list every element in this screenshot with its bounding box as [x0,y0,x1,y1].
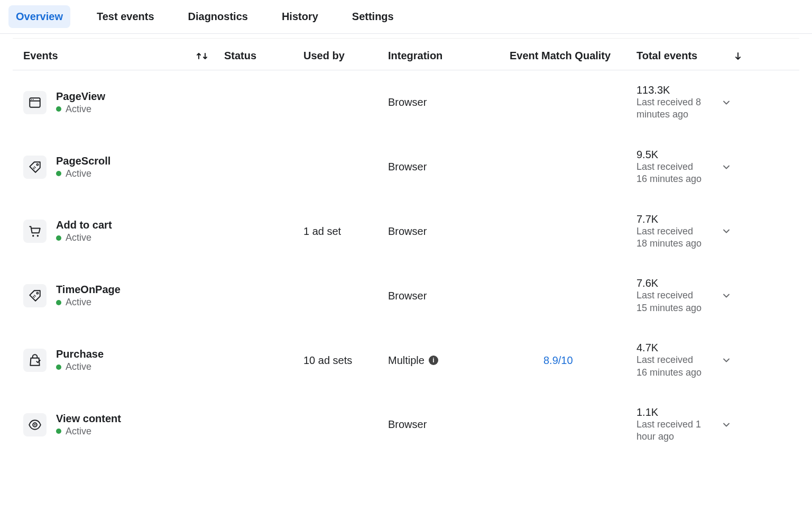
total-events-cell: 4.7KLast received 16 minutes ago [636,342,710,379]
total-sub: Last received 16 minutes ago [636,354,705,379]
total-sub: Last received 18 minutes ago [636,225,705,250]
table-row[interactable]: TimeOnPageActiveBrowser7.6KLast received… [13,263,799,328]
integration-label: Browser [388,290,427,302]
total-events-cell: 9.5KLast received 16 minutes ago [636,149,710,186]
tab-history[interactable]: History [274,5,326,28]
event-status-label: Active [66,426,91,437]
integration-cell: Multiplei [388,354,510,367]
tab-overview[interactable]: Overview [8,5,70,28]
expand-row-button[interactable] [710,355,742,366]
event-name: TimeOnPage [56,284,121,296]
col-status[interactable]: Status [224,50,303,62]
integration-cell: Browser [388,290,510,302]
col-total-sort[interactable] [710,51,742,61]
table-header: Events Status Used by Integration Event … [13,38,799,70]
event-cell: View contentActive [23,413,224,437]
events-table: Events Status Used by Integration Event … [0,38,812,457]
tag-icon [23,284,47,307]
chevron-down-icon [721,226,732,236]
status-dot-icon [56,235,61,241]
integration-label: Browser [388,161,427,173]
eye-icon [23,413,47,436]
integration-cell: Browser [388,96,510,108]
total-sub: Last received 15 minutes ago [636,289,705,314]
col-events[interactable]: Events [23,50,224,62]
sort-icon[interactable] [196,51,208,61]
chevron-down-icon [721,97,732,108]
table-row[interactable]: PurchaseActive10 ad setsMultiplei8.9/104… [13,328,799,393]
event-cell: TimeOnPageActive [23,284,224,308]
event-status-label: Active [66,104,91,115]
total-events-cell: 113.3KLast received 8 minutes ago [636,84,710,121]
used-by-cell: 1 ad set [303,225,388,238]
event-status: Active [56,297,121,308]
event-status-label: Active [66,168,91,179]
integration-cell: Browser [388,225,510,238]
total-events-cell: 7.7KLast received 18 minutes ago [636,213,710,250]
status-dot-icon [56,300,61,305]
col-events-label: Events [23,50,58,62]
status-dot-icon [56,429,61,434]
event-name: PageView [56,90,105,103]
table-row[interactable]: PageViewActiveBrowser113.3KLast received… [13,70,799,135]
event-status: Active [56,232,112,243]
event-status-label: Active [66,232,91,243]
expand-row-button[interactable] [710,97,742,108]
chevron-down-icon [721,420,732,430]
tabs-bar: Overview Test events Diagnostics History… [0,0,812,34]
info-icon[interactable]: i [429,356,438,365]
total-count: 4.7K [636,342,710,354]
table-row[interactable]: View contentActiveBrowser1.1KLast receiv… [13,393,799,457]
event-name: Add to cart [56,219,112,231]
bag-icon [23,349,47,372]
total-count: 7.6K [636,277,710,289]
total-sub: Last received 1 hour ago [636,418,705,443]
integration-label: Browser [388,225,427,238]
total-count: 113.3K [636,84,710,96]
event-cell: PurchaseActive [23,348,224,372]
chevron-down-icon [721,290,732,301]
tab-diagnostics[interactable]: Diagnostics [181,5,255,28]
total-sub: Last received 8 minutes ago [636,96,705,121]
event-status: Active [56,361,104,372]
integration-cell: Browser [388,418,510,431]
event-name: Purchase [56,348,104,360]
col-total-events[interactable]: Total events [636,49,710,62]
status-dot-icon [56,106,61,112]
cart-icon [23,220,47,243]
event-status: Active [56,426,121,437]
status-dot-icon [56,365,61,370]
event-status: Active [56,104,105,115]
event-status: Active [56,168,110,179]
col-used-by[interactable]: Used by [303,50,388,62]
col-emq[interactable]: Event Match Quality [510,50,636,62]
tab-test-events[interactable]: Test events [89,5,162,28]
event-name: View content [56,413,121,425]
chevron-down-icon [721,162,732,172]
emq-cell[interactable]: 8.9/10 [510,354,636,367]
expand-row-button[interactable] [710,162,742,172]
tab-settings[interactable]: Settings [345,5,401,28]
total-count: 7.7K [636,213,710,225]
status-dot-icon [56,171,61,176]
total-sub: Last received 16 minutes ago [636,161,705,186]
integration-label: Browser [388,418,427,431]
used-by-cell: 10 ad sets [303,354,388,367]
tag-icon [23,156,47,179]
total-events-cell: 7.6KLast received 15 minutes ago [636,277,710,314]
table-row[interactable]: Add to cartActive1 ad setBrowser7.7KLast… [13,199,799,264]
table-row[interactable]: PageScrollActiveBrowser9.5KLast received… [13,135,799,199]
event-status-label: Active [66,297,91,308]
event-cell: PageScrollActive [23,155,224,179]
event-name: PageScroll [56,155,110,167]
integration-cell: Browser [388,161,510,173]
expand-row-button[interactable] [710,290,742,301]
event-status-label: Active [66,361,91,372]
col-integration[interactable]: Integration [388,50,510,62]
integration-label: Multiple [388,354,425,367]
window-icon [23,91,47,114]
expand-row-button[interactable] [710,226,742,236]
total-events-cell: 1.1KLast received 1 hour ago [636,406,710,443]
expand-row-button[interactable] [710,420,742,430]
chevron-down-icon [721,355,732,366]
